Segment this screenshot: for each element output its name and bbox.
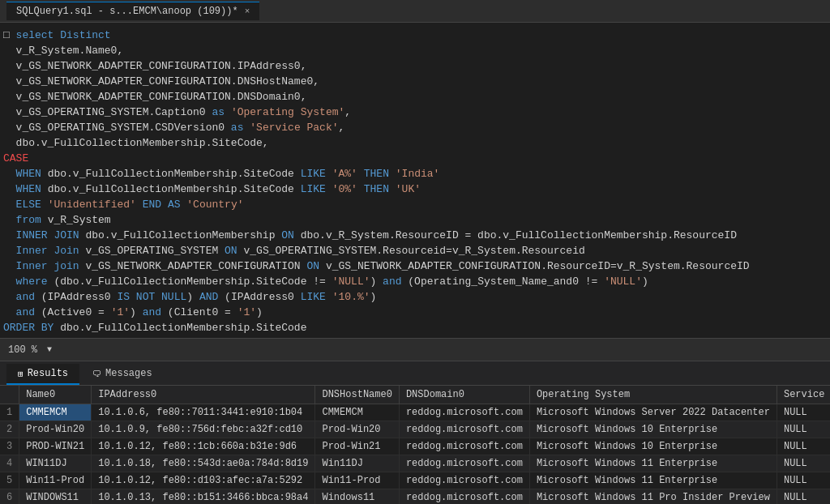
sql-editor[interactable]: □ select Distinct v_R_System.Name0, v_GS… (0, 23, 830, 339)
code-token: v_R_System.Name0, (3, 45, 123, 57)
table-cell: Win11-Prod (19, 472, 92, 489)
code-token: IS NOT NULL (117, 291, 186, 303)
table-cell: CMMEMCM (19, 404, 92, 421)
table-column-header: DNSHostName0 (315, 386, 399, 404)
code-token: THEN (364, 183, 389, 195)
code-token: WHEN (16, 168, 41, 180)
table-header-row: Name0IPAddress0DNSHostName0DNSDomain0Ope… (0, 386, 830, 404)
results-tab-label: Results (28, 368, 68, 379)
code-line: v_GS_NETWORK_ADAPTER_CONFIGURATION.DNSHo… (0, 74, 830, 89)
code-line: Inner Join v_GS_OPERATING_SYSTEM ON v_GS… (0, 243, 830, 258)
code-line: CASE (0, 151, 830, 166)
code-token (3, 275, 16, 288)
table-cell: 10.1.0.9, fe80::756d:febc:a32f:cd10 (92, 421, 315, 438)
code-token: and (383, 275, 401, 288)
results-area: Name0IPAddress0DNSHostName0DNSDomain0Ope… (0, 386, 830, 504)
code-token: (IPAddress0 (218, 291, 300, 303)
code-token: 'NULL' (332, 275, 370, 288)
code-token: (Client0 = (161, 306, 237, 318)
table-row: 1CMMEMCM10.1.0.6, fe80::7011:3441:e910:1… (0, 404, 830, 421)
code-token: (Operating_System_Name_and0 != (402, 275, 605, 288)
code-token (41, 199, 48, 211)
code-token: LIKE (301, 168, 326, 180)
table-cell: NULL (777, 489, 830, 505)
table-cell: 10.1.0.13, fe80::b151:3466:bbca:98a4 (92, 489, 315, 505)
code-token: 'India' (396, 168, 440, 180)
code-line: v_GS_OPERATING_SYSTEM.CSDVersion0 as 'Se… (0, 120, 830, 135)
code-token (389, 168, 396, 180)
code-token: ON (225, 245, 237, 257)
code-token: ) (370, 291, 377, 303)
table-column-header: Name0 (19, 386, 92, 404)
code-line: ELSE 'Unidentified' END AS 'Country' (0, 197, 830, 212)
table-cell: NULL (777, 421, 830, 438)
code-token: 'Country' (186, 199, 243, 211)
table-row: 3PROD-WIN2110.1.0.12, fe80::1cb:660a:b31… (0, 438, 830, 455)
code-token: select (16, 29, 54, 41)
code-token: Inner join (16, 260, 79, 272)
code-token (3, 183, 16, 195)
table-cell: PROD-WIN21 (19, 438, 92, 455)
code-line: and (Active0 = '1') and (Client0 = '1') (0, 305, 830, 320)
table-cell: WINDOWS11 (19, 489, 92, 505)
tab-messages[interactable]: 🗨 Messages (81, 364, 164, 385)
code-token: dbo.v_FullCollectionMembership.SiteCode (41, 183, 301, 195)
code-token (326, 291, 332, 303)
table-cell: 10.1.0.12, fe80::1cb:660a:b31e:9d6 (92, 438, 315, 455)
code-line: v_GS_NETWORK_ADAPTER_CONFIGURATION.IPAdd… (0, 58, 830, 74)
code-token (357, 183, 364, 195)
table-cell: reddog.microsoft.com (399, 421, 529, 438)
table-cell: NULL (777, 438, 830, 455)
table-cell: NULL (777, 472, 830, 489)
table-row: 5Win11-Prod10.1.0.12, fe80::d103:afec:a7… (0, 472, 830, 489)
code-token: (IPAddress0 (35, 291, 117, 303)
code-token: ON (306, 260, 319, 272)
zoom-arrow-icon[interactable]: ▼ (47, 345, 52, 354)
code-token (3, 214, 16, 226)
code-token: AND (199, 291, 218, 303)
code-token: 'UK' (396, 183, 421, 195)
code-token (225, 106, 231, 118)
table-cell: reddog.microsoft.com (399, 455, 529, 472)
code-token: Inner Join (16, 245, 79, 257)
code-token: 'Unidentified' (48, 199, 136, 211)
code-token: LIKE (301, 291, 326, 303)
table-row: 2Prod-Win2010.1.0.9, fe80::756d:febc:a32… (0, 421, 830, 438)
table-row: 6WINDOWS1110.1.0.13, fe80::b151:3466:bbc… (0, 489, 830, 505)
code-token: v_GS_OPERATING_SYSTEM.Caption0 (3, 106, 212, 118)
code-token: '0%' (332, 183, 357, 195)
code-token: 'NULL' (604, 275, 642, 288)
code-token: WHEN (16, 183, 41, 195)
editor-tab[interactable]: SQLQuery1.sql - s...EMCM\anoop (109))* × (6, 2, 259, 20)
tab-results[interactable]: ⊞ Results (6, 364, 79, 385)
messages-icon: 🗨 (92, 369, 101, 379)
code-token: (Active0 = (35, 306, 111, 318)
code-token (389, 183, 396, 195)
table-row: 4WIN11DJ10.1.0.18, fe80::543d:ae0a:784d:… (0, 455, 830, 472)
code-line: ORDER BY dbo.v_FullCollectionMembership.… (0, 320, 830, 335)
code-token: as (212, 106, 225, 118)
table-cell: Microsoft Windows 11 Enterprise (529, 455, 777, 472)
code-token: v_R_System (41, 214, 111, 226)
table-cell: 10.1.0.18, fe80::543d:ae0a:784d:8d19 (92, 455, 315, 472)
code-token: Distinct (60, 29, 110, 41)
table-cell: WIN11DJ (19, 455, 92, 472)
code-token (3, 229, 16, 241)
code-token: v_GS_OPERATING_SYSTEM (79, 245, 225, 257)
code-token: ) (130, 306, 143, 318)
code-token: END (143, 199, 161, 211)
code-token (3, 291, 16, 303)
zoom-label: 100 % (8, 344, 37, 356)
code-token: dbo.v_FullCollectionMembership.SiteCode (41, 168, 301, 180)
table-cell: Microsoft Windows 11 Pro Insider Preview (529, 489, 777, 505)
table-cell: Prod-Win20 (315, 421, 399, 438)
code-token: ) (370, 275, 383, 288)
close-tab-button[interactable]: × (245, 6, 250, 16)
code-token: '1' (111, 306, 130, 318)
code-token: dbo.v_FullCollectionMembership.SiteCode (53, 322, 306, 334)
code-token: from (16, 214, 41, 226)
code-token: LIKE (301, 183, 326, 195)
code-token: THEN (364, 168, 389, 180)
code-line: WHEN dbo.v_FullCollectionMembership.Site… (0, 182, 830, 197)
code-token: '10.%' (332, 291, 370, 303)
